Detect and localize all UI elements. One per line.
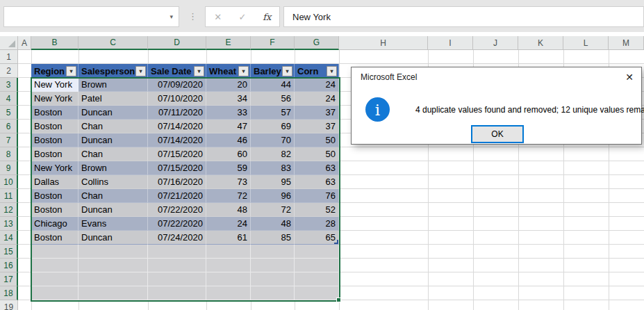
row-header-4[interactable]: 4 bbox=[0, 92, 18, 106]
cell-D4[interactable]: 07/10/2020 bbox=[148, 92, 206, 106]
cell-E9[interactable]: 59 bbox=[206, 161, 251, 175]
cell-G16[interactable] bbox=[295, 259, 339, 272]
cancel-icon[interactable]: ✕ bbox=[206, 7, 230, 26]
cell-G8[interactable]: 50 bbox=[295, 147, 339, 161]
cell-G14[interactable]: 65 bbox=[295, 231, 339, 245]
row-header-7[interactable]: 7 bbox=[0, 133, 18, 147]
cell-D17[interactable] bbox=[148, 272, 206, 286]
cell-D5[interactable]: 07/11/2020 bbox=[148, 106, 206, 120]
cell-G4[interactable]: 24 bbox=[295, 92, 339, 106]
cell-E3[interactable]: 20 bbox=[206, 78, 251, 92]
cell-C8[interactable]: Chan bbox=[79, 147, 148, 161]
cell-B17[interactable] bbox=[31, 272, 79, 286]
filter-button[interactable]: ▾ bbox=[66, 66, 76, 76]
row-header-10[interactable]: 10 bbox=[0, 175, 18, 189]
cell-D6[interactable]: 07/14/2020 bbox=[148, 120, 206, 133]
cell-G13[interactable]: 28 bbox=[295, 217, 339, 231]
fill-handle[interactable] bbox=[336, 297, 341, 302]
cell-E10[interactable]: 73 bbox=[206, 175, 251, 189]
cell-G11[interactable]: 76 bbox=[295, 189, 339, 203]
name-box[interactable]: ▾ bbox=[3, 6, 179, 27]
filter-button[interactable]: ▾ bbox=[238, 66, 249, 76]
cell-E6[interactable]: 47 bbox=[206, 120, 251, 133]
cell-C16[interactable] bbox=[79, 259, 148, 272]
cell-F18[interactable] bbox=[251, 286, 295, 300]
cell-G17[interactable] bbox=[295, 272, 339, 286]
cell-E14[interactable]: 61 bbox=[206, 231, 251, 245]
cell-B10[interactable]: Dallas bbox=[31, 175, 79, 189]
column-header-G[interactable]: G bbox=[295, 36, 339, 50]
cell-E13[interactable]: 24 bbox=[206, 217, 251, 231]
cell-C17[interactable] bbox=[79, 272, 148, 286]
table-header-sale-date[interactable]: Sale Date▾ bbox=[148, 64, 206, 78]
filter-button[interactable]: ▾ bbox=[135, 66, 146, 76]
cell-B4[interactable]: New York bbox=[31, 92, 79, 106]
row-header-12[interactable]: 12 bbox=[0, 203, 18, 217]
cell-C9[interactable]: Brown bbox=[79, 161, 148, 175]
cell-F4[interactable]: 56 bbox=[251, 92, 295, 106]
insert-function-icon[interactable]: fx bbox=[255, 7, 279, 26]
table-header-corn[interactable]: Corn▾ bbox=[295, 64, 339, 78]
column-header-D[interactable]: D bbox=[148, 36, 206, 50]
row-header-13[interactable]: 13 bbox=[0, 217, 18, 231]
select-all-button[interactable] bbox=[0, 36, 18, 50]
cell-C12[interactable]: Duncan bbox=[79, 203, 148, 217]
cell-F5[interactable]: 57 bbox=[251, 106, 295, 120]
row-header-11[interactable]: 11 bbox=[0, 189, 18, 203]
column-header-A[interactable]: A bbox=[18, 36, 31, 50]
column-header-C[interactable]: C bbox=[79, 36, 148, 50]
row-header-9[interactable]: 9 bbox=[0, 161, 18, 175]
row-header-15[interactable]: 15 bbox=[0, 245, 18, 259]
cell-C14[interactable]: Duncan bbox=[79, 231, 148, 245]
cell-D3[interactable]: 07/09/2020 bbox=[148, 78, 206, 92]
cell-G6[interactable]: 37 bbox=[295, 120, 339, 133]
cell-F10[interactable]: 95 bbox=[251, 175, 295, 189]
cell-F3[interactable]: 44 bbox=[251, 78, 295, 92]
filter-button[interactable]: ▾ bbox=[194, 66, 204, 76]
cell-F7[interactable]: 70 bbox=[251, 133, 295, 147]
cell-E12[interactable]: 48 bbox=[206, 203, 251, 217]
cell-E18[interactable] bbox=[206, 286, 251, 300]
row-header-16[interactable]: 16 bbox=[0, 259, 18, 272]
cell-F6[interactable]: 69 bbox=[251, 120, 295, 133]
cell-C10[interactable]: Collins bbox=[79, 175, 148, 189]
cell-C3[interactable]: Brown bbox=[79, 78, 148, 92]
row-header-1[interactable]: 1 bbox=[0, 50, 18, 64]
cell-C18[interactable] bbox=[79, 286, 148, 300]
cell-D9[interactable]: 07/15/2020 bbox=[148, 161, 206, 175]
dialog-close-icon[interactable]: ✕ bbox=[618, 67, 641, 87]
cell-C6[interactable]: Chan bbox=[79, 120, 148, 133]
cell-C11[interactable]: Chan bbox=[79, 189, 148, 203]
table-header-barley[interactable]: Barley▾ bbox=[251, 64, 295, 78]
cell-G3[interactable]: 24 bbox=[295, 78, 339, 92]
cell-B18[interactable] bbox=[31, 286, 79, 300]
column-header-B[interactable]: B bbox=[31, 36, 79, 50]
column-header-J[interactable]: J bbox=[473, 36, 518, 50]
column-header-I[interactable]: I bbox=[428, 36, 473, 50]
column-header-K[interactable]: K bbox=[518, 36, 563, 50]
cell-B16[interactable] bbox=[31, 259, 79, 272]
cell-G15[interactable] bbox=[295, 245, 339, 259]
cell-D11[interactable]: 07/21/2020 bbox=[148, 189, 206, 203]
cell-D18[interactable] bbox=[148, 286, 206, 300]
row-header-19[interactable]: 19 bbox=[0, 300, 18, 310]
row-header-2[interactable]: 2 bbox=[0, 64, 18, 78]
filter-button[interactable]: ▾ bbox=[282, 66, 292, 76]
cell-B9[interactable]: New York bbox=[31, 161, 79, 175]
row-header-18[interactable]: 18 bbox=[0, 286, 18, 300]
cell-D15[interactable] bbox=[148, 245, 206, 259]
cell-B14[interactable]: Boston bbox=[31, 231, 79, 245]
cell-G12[interactable]: 52 bbox=[295, 203, 339, 217]
cell-F13[interactable]: 48 bbox=[251, 217, 295, 231]
column-header-E[interactable]: E bbox=[206, 36, 251, 50]
cell-B13[interactable]: Chicago bbox=[31, 217, 79, 231]
cell-F11[interactable]: 96 bbox=[251, 189, 295, 203]
column-header-L[interactable]: L bbox=[563, 36, 609, 50]
cell-E16[interactable] bbox=[206, 259, 251, 272]
cell-G5[interactable]: 37 bbox=[295, 106, 339, 120]
cell-C4[interactable]: Patel bbox=[79, 92, 148, 106]
cell-B3[interactable]: New York bbox=[31, 78, 79, 92]
cell-B5[interactable]: Boston bbox=[31, 106, 79, 120]
table-resize-handle[interactable] bbox=[334, 240, 338, 244]
enter-icon[interactable]: ✓ bbox=[230, 7, 254, 26]
